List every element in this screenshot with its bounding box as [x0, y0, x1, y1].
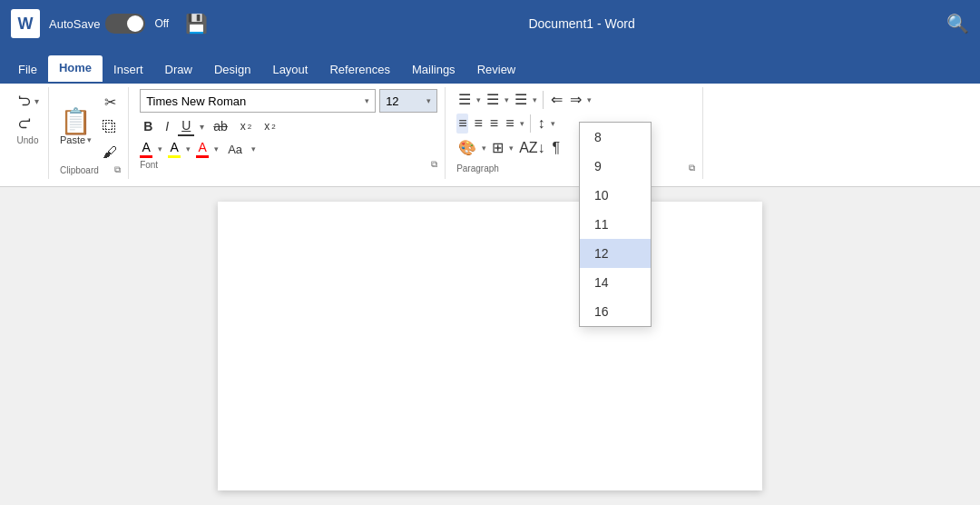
font-name-selector[interactable]: Times New Roman ▾ — [140, 89, 376, 113]
increase-indent-button[interactable]: ⇒ — [568, 89, 583, 110]
menu-layout[interactable]: Layout — [261, 57, 318, 84]
change-case-dropdown[interactable]: ▾ — [251, 144, 256, 153]
undo-button[interactable]: ▾ — [15, 91, 41, 111]
menu-review[interactable]: Review — [466, 57, 527, 84]
multilevel-dropdown[interactable]: ▾ — [533, 95, 537, 104]
font-size-option-12[interactable]: 12 — [580, 239, 651, 268]
underline-dropdown[interactable]: ▾ — [200, 122, 204, 132]
font-name-value: Times New Roman — [146, 94, 246, 108]
numbering-button[interactable]: ☰ — [485, 89, 501, 110]
clipboard-expand-icon[interactable]: ⧉ — [114, 164, 121, 175]
paste-dropdown-arrow[interactable]: ▾ — [87, 135, 92, 144]
text-color-dropdown[interactable]: ▾ — [214, 144, 219, 153]
text-color-icon: A — [198, 140, 206, 154]
strikethrough-button[interactable]: ab — [210, 117, 231, 135]
sort-button[interactable]: AZ↓ — [517, 138, 546, 158]
document-title: Document1 - Word — [226, 16, 937, 31]
bullets-button[interactable]: ☰ — [456, 89, 473, 110]
superscript-button[interactable]: x2 — [260, 118, 279, 134]
menu-draw[interactable]: Draw — [154, 57, 203, 84]
font-size-option-14[interactable]: 14 — [580, 268, 651, 297]
undo-group-label: Undo — [17, 135, 39, 145]
toggle-state-label: Off — [154, 17, 169, 30]
menu-insert[interactable]: Insert — [103, 57, 154, 84]
font-size-option-9[interactable]: 9 — [580, 152, 651, 181]
change-case-button[interactable]: Aa — [224, 141, 246, 158]
bold-button[interactable]: B — [140, 117, 156, 135]
menu-design[interactable]: Design — [203, 57, 261, 84]
subscript-button[interactable]: x2 — [237, 118, 255, 134]
italic-button[interactable]: I — [162, 117, 172, 135]
save-icon[interactable]: 💾 — [185, 13, 208, 35]
highlight-dropdown[interactable]: ▾ — [186, 144, 191, 153]
undo-group: ▾ Undo — [7, 87, 49, 179]
para-row-3: 🎨 ▾ ⊞ ▾ AZ↓ ¶ — [456, 137, 695, 158]
font-color-button[interactable]: A — [140, 140, 152, 158]
borders-dropdown[interactable]: ▾ — [509, 144, 514, 153]
font-size-value: 12 — [386, 94, 398, 108]
paste-label: Paste — [60, 134, 85, 145]
font-size-option-16[interactable]: 16 — [580, 297, 651, 326]
undo-buttons: ▾ — [15, 91, 41, 134]
highlight-icon: A — [170, 140, 178, 154]
paste-button[interactable]: 📋 Paste ▾ — [60, 109, 92, 145]
font-size-option-8[interactable]: 8 — [580, 123, 651, 152]
undo-dropdown-arrow[interactable]: ▾ — [34, 96, 39, 106]
font-size-option-11[interactable]: 11 — [580, 210, 651, 239]
multilevel-button[interactable]: ☰ — [513, 89, 529, 110]
clipboard-group: 📋 Paste ▾ ✂ ⿻ 🖌 Clipboard ⧉ — [53, 87, 129, 179]
cut-button[interactable]: ✂ — [99, 91, 121, 113]
redo-button[interactable] — [15, 114, 41, 134]
para-divider2 — [530, 114, 531, 133]
word-icon: W — [11, 9, 40, 38]
font-size-dropdown: 8 9 10 11 12 14 16 — [579, 122, 652, 327]
font-size-option-10[interactable]: 10 — [580, 181, 651, 210]
para-row-1: ☰ ▾ ☰ ▾ ☰ ▾ ⇐ ⇒ ▾ — [456, 89, 695, 110]
show-formatting-button[interactable]: ¶ — [551, 138, 563, 158]
font-group: Times New Roman ▾ 12 ▾ B I U ▾ ab x2 x2 … — [132, 87, 446, 179]
paragraph-group: ☰ ▾ ☰ ▾ ☰ ▾ ⇐ ⇒ ▾ ≡ ≡ ≡ ≡ ▾ ↕ ▾ 🎨 ▾ ⊞ ▾ … — [449, 87, 703, 179]
paragraph-group-label: Paragraph — [456, 163, 499, 173]
font-name-chevron: ▾ — [365, 96, 369, 105]
title-bar: W AutoSave Off 💾 Document1 - Word 🔍 — [0, 0, 980, 47]
line-spacing-button[interactable]: ↕ — [536, 114, 547, 134]
document-page[interactable] — [218, 202, 762, 490]
font-row-2: B I U ▾ ab x2 x2 — [140, 116, 437, 136]
font-row-3: A ▾ A ▾ A ▾ Aa ▾ — [140, 140, 437, 158]
justify-button[interactable]: ≡ — [504, 114, 515, 134]
shading-button[interactable]: 🎨 — [456, 137, 478, 158]
align-dropdown[interactable]: ▾ — [520, 119, 524, 128]
autosave-label: AutoSave — [49, 17, 100, 31]
bullets-dropdown[interactable]: ▾ — [476, 95, 481, 104]
text-color-button[interactable]: A — [196, 140, 209, 158]
toggle-knob — [127, 15, 143, 32]
para-row-2: ≡ ≡ ≡ ≡ ▾ ↕ ▾ — [456, 114, 695, 134]
align-left-button[interactable]: ≡ — [456, 114, 468, 134]
underline-button[interactable]: U — [178, 116, 194, 136]
search-icon[interactable]: 🔍 — [946, 13, 969, 35]
format-painter-button[interactable]: 🖌 — [99, 142, 121, 163]
numbering-dropdown[interactable]: ▾ — [505, 95, 509, 104]
font-color-icon: A — [142, 140, 150, 154]
para-divider — [543, 91, 544, 109]
menu-mailings[interactable]: Mailings — [401, 57, 466, 84]
font-color-dropdown[interactable]: ▾ — [158, 144, 162, 153]
autosave-toggle[interactable] — [105, 14, 145, 34]
menu-home[interactable]: Home — [48, 55, 103, 84]
font-size-selector[interactable]: 12 ▾ — [379, 89, 437, 113]
font-expand-icon[interactable]: ⧉ — [431, 159, 437, 170]
align-center-button[interactable]: ≡ — [472, 114, 484, 134]
menu-file[interactable]: File — [7, 57, 48, 84]
decrease-indent-button[interactable]: ⇐ — [549, 89, 564, 110]
borders-button[interactable]: ⊞ — [490, 137, 505, 158]
copy-button[interactable]: ⿻ — [99, 116, 121, 138]
paragraph-expand-icon[interactable]: ⧉ — [689, 163, 695, 173]
clipboard-right: ✂ ⿻ 🖌 — [99, 91, 121, 163]
line-spacing-dropdown[interactable]: ▾ — [551, 119, 555, 128]
align-right-button[interactable]: ≡ — [488, 114, 500, 134]
shading-dropdown[interactable]: ▾ — [482, 144, 486, 153]
menu-references[interactable]: References — [318, 57, 400, 84]
indent-dropdown[interactable]: ▾ — [587, 95, 592, 104]
highlight-color-button[interactable]: A — [168, 140, 181, 158]
paste-icon: 📋 — [60, 109, 92, 134]
